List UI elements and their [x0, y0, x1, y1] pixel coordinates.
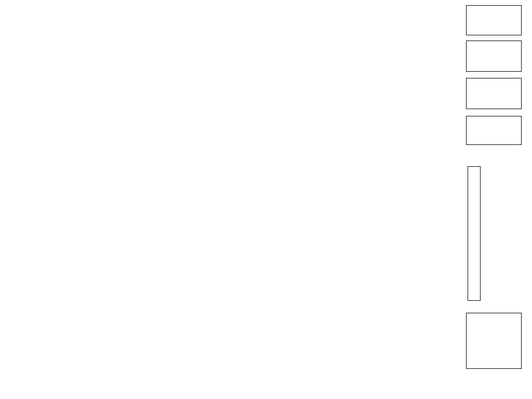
info-table	[466, 313, 522, 369]
legend-box-data-mode	[466, 5, 522, 35]
legend-box-antenna	[466, 41, 522, 72]
colorbar	[468, 166, 481, 301]
legend-box-translation	[466, 116, 522, 145]
wbd-spectrogram-display	[0, 0, 532, 399]
legend-box-resolution	[466, 78, 522, 109]
spectrogram-image	[51, 107, 445, 357]
